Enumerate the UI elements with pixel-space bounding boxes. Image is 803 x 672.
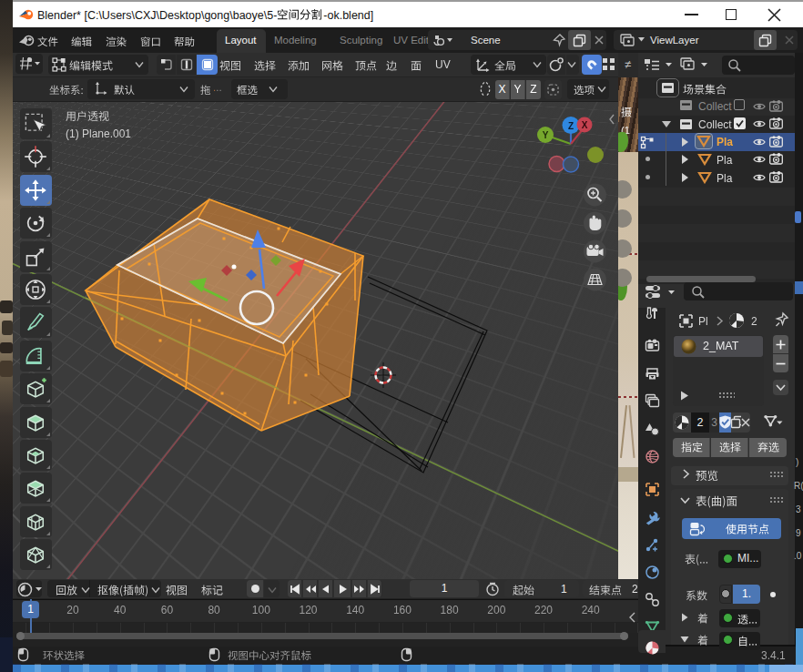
svg-text:Y: Y <box>543 130 549 140</box>
svg-text:(1) Plane.001: (1) Plane.001 <box>66 127 131 140</box>
svg-text:X: X <box>582 120 588 130</box>
svg-text:Z: Z <box>568 121 574 131</box>
